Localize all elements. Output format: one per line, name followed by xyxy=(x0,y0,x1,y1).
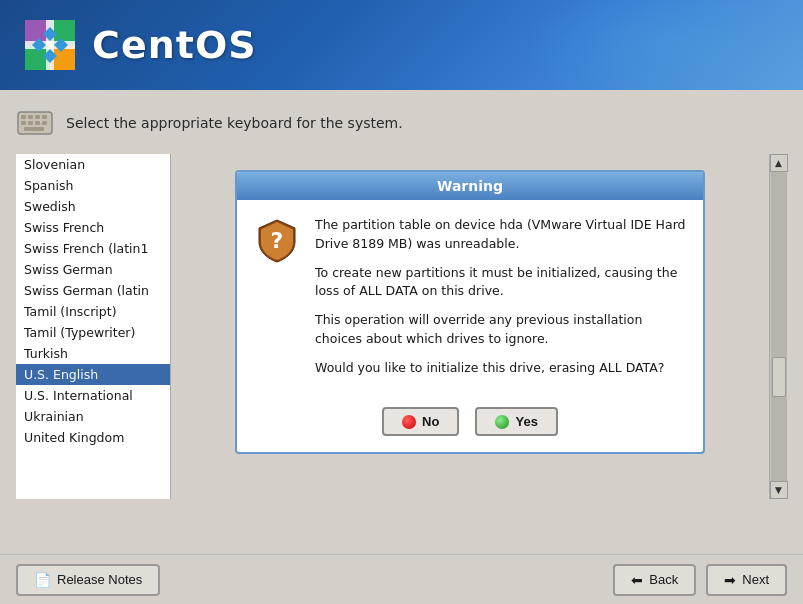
lang-item-slovenian[interactable]: Slovenian xyxy=(16,154,170,175)
lang-item-swiss-german[interactable]: Swiss German xyxy=(16,259,170,280)
warning-message4: Would you like to initialize this drive,… xyxy=(315,359,687,378)
next-icon: ➡ xyxy=(724,572,736,588)
svg-rect-16 xyxy=(28,121,33,125)
warning-body: ? The partition table on device hda (VMw… xyxy=(237,200,703,399)
warning-dialog: Warning ? The partition table on device … xyxy=(235,170,705,454)
keyboard-icon xyxy=(16,104,54,142)
scroll-track xyxy=(771,172,787,481)
lang-item-us-international[interactable]: U.S. International xyxy=(16,385,170,406)
back-icon: ⬅ xyxy=(631,572,643,588)
back-button[interactable]: ⬅ Back xyxy=(613,564,696,596)
scroll-thumb[interactable] xyxy=(772,357,786,397)
back-label: Back xyxy=(649,572,678,587)
header: CentOS xyxy=(0,0,803,90)
lang-item-swiss-french[interactable]: Swiss French xyxy=(16,217,170,238)
scrollbar[interactable]: ▲ ▼ xyxy=(769,154,787,499)
yes-icon xyxy=(495,415,509,429)
svg-text:?: ? xyxy=(271,228,284,253)
instruction-row: Select the appropriate keyboard for the … xyxy=(16,104,787,142)
logo-area: CentOS xyxy=(20,15,257,75)
no-button[interactable]: No xyxy=(382,407,459,436)
svg-rect-15 xyxy=(21,121,26,125)
lang-item-us-english[interactable]: U.S. English xyxy=(16,364,170,385)
yes-label: Yes xyxy=(515,414,537,429)
warning-text-area: The partition table on device hda (VMwar… xyxy=(315,216,687,387)
lang-item-tamil-inscript[interactable]: Tamil (Inscript) xyxy=(16,301,170,322)
scroll-up-arrow[interactable]: ▲ xyxy=(770,154,788,172)
warning-message1: The partition table on device hda (VMwar… xyxy=(315,216,687,254)
svg-rect-11 xyxy=(21,115,26,119)
no-label: No xyxy=(422,414,439,429)
footer: 📄 Release Notes ⬅ Back ➡ Next xyxy=(0,554,803,604)
svg-rect-17 xyxy=(35,121,40,125)
warning-buttons: No Yes xyxy=(237,399,703,452)
shield-icon: ? xyxy=(253,216,301,264)
svg-rect-19 xyxy=(24,127,44,131)
lang-item-spanish[interactable]: Spanish xyxy=(16,175,170,196)
next-button[interactable]: ➡ Next xyxy=(706,564,787,596)
release-notes-label: Release Notes xyxy=(57,572,142,587)
warning-message2: To create new partitions it must be init… xyxy=(315,264,687,302)
instruction-text: Select the appropriate keyboard for the … xyxy=(66,115,403,131)
main-content: Select the appropriate keyboard for the … xyxy=(0,90,803,554)
svg-rect-12 xyxy=(28,115,33,119)
right-panel: Warning ? The partition table on device … xyxy=(171,154,769,499)
lang-item-tamil-typewriter[interactable]: Tamil (Typewriter) xyxy=(16,322,170,343)
svg-rect-14 xyxy=(42,115,47,119)
release-notes-icon: 📄 xyxy=(34,572,51,588)
lang-item-swiss-french-latin1[interactable]: Swiss French (latin1 xyxy=(16,238,170,259)
language-list[interactable]: SlovenianSpanishSwedishSwiss FrenchSwiss… xyxy=(16,154,171,499)
lang-item-united-kingdom[interactable]: United Kingdom xyxy=(16,427,170,448)
warning-icon-area: ? xyxy=(253,216,301,264)
footer-left: 📄 Release Notes xyxy=(16,564,160,596)
lang-item-ukrainian[interactable]: Ukrainian xyxy=(16,406,170,427)
yes-button[interactable]: Yes xyxy=(475,407,557,436)
next-label: Next xyxy=(742,572,769,587)
scroll-down-arrow[interactable]: ▼ xyxy=(770,481,788,499)
svg-rect-18 xyxy=(42,121,47,125)
warning-title: Warning xyxy=(237,172,703,200)
lang-item-swedish[interactable]: Swedish xyxy=(16,196,170,217)
svg-rect-13 xyxy=(35,115,40,119)
release-notes-button[interactable]: 📄 Release Notes xyxy=(16,564,160,596)
footer-right: ⬅ Back ➡ Next xyxy=(613,564,787,596)
centos-logo-icon xyxy=(20,15,80,75)
lang-item-swiss-german-latin[interactable]: Swiss German (latin xyxy=(16,280,170,301)
warning-message3: This operation will override any previou… xyxy=(315,311,687,349)
lang-item-turkish[interactable]: Turkish xyxy=(16,343,170,364)
app-title: CentOS xyxy=(92,23,257,67)
no-icon xyxy=(402,415,416,429)
